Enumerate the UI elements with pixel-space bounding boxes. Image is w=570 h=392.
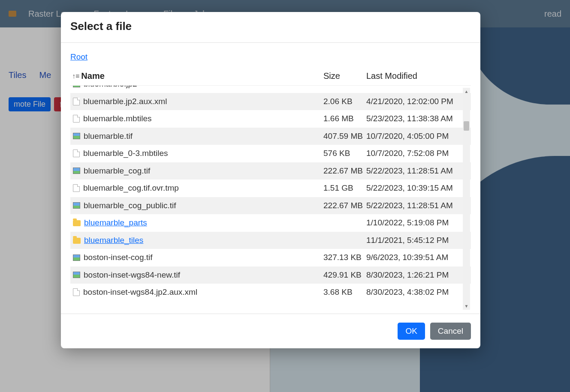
- table-row[interactable]: bluemarble_tiles11/1/2021, 5:45:12 PM: [70, 232, 471, 249]
- file-name-label: boston-inset-cog.tif: [84, 253, 153, 262]
- file-name-label: bluemarble_cog.tif: [84, 166, 150, 176]
- cell-date: 5/22/2023, 10:39:15 AM: [366, 183, 471, 193]
- cell-name: boston-inset-wgs84.jp2.aux.xml: [70, 287, 323, 297]
- cell-name: bluemarble_tiles: [70, 236, 323, 245]
- file-name-label: bluemarble.jp2: [84, 86, 137, 89]
- cell-name: bluemarble_0-3.mbtiles: [70, 149, 323, 158]
- cell-date: 5/22/2023, 11:28:51 AM: [366, 201, 471, 210]
- file-name-label: boston-inset-wgs84-new.tif: [84, 270, 180, 280]
- table-row[interactable]: bluemarble_parts1/10/2022, 5:19:08 PM: [70, 214, 471, 232]
- raster-icon: [73, 168, 80, 174]
- file-name-label: bluemarble_cog.tif.ovr.tmp: [83, 183, 179, 193]
- cell-size: 576 KB: [323, 149, 366, 158]
- cell-size: 1.66 MB: [323, 114, 366, 123]
- breadcrumb: Root: [61, 52, 480, 68]
- folder-icon: [73, 238, 81, 244]
- table-row[interactable]: boston-inset-cog.tif327.13 KB9/6/2023, 1…: [70, 249, 471, 266]
- raster-icon: [73, 254, 80, 261]
- file-icon: [73, 150, 80, 157]
- file-select-modal: Select a file Root ↑≡ Name Size Last Mod…: [61, 12, 480, 348]
- raster-icon: [73, 86, 80, 87]
- table-row[interactable]: bluemarble_cog_public.tif222.67 MB5/22/2…: [70, 197, 471, 215]
- file-name-label[interactable]: bluemarble_parts: [84, 218, 147, 227]
- cell-date: 8/30/2023, 1:26:21 PM: [366, 270, 471, 280]
- table-row[interactable]: bluemarble_0-3.mbtiles576 KB10/7/2020, 7…: [70, 145, 471, 162]
- file-icon: [73, 288, 80, 296]
- table-row[interactable]: bluemarble.tif407.59 MB10/7/2020, 4:05:0…: [70, 128, 471, 145]
- cell-size: 429.91 KB: [323, 270, 366, 280]
- cell-size: 222.67 MB: [323, 201, 366, 210]
- cell-date: 4/21/2020, 12:02:00 PM: [366, 97, 471, 106]
- file-name-label: bluemarble_cog_public.tif: [84, 201, 176, 210]
- file-name-label: bluemarble.jp2.aux.xml: [83, 97, 167, 106]
- cell-name: bluemarble.jp2: [70, 86, 323, 89]
- modal-header: Select a file: [61, 12, 480, 43]
- table-row[interactable]: bluemarble_cog.tif222.67 MB5/22/2023, 11…: [70, 162, 471, 180]
- ok-button[interactable]: OK: [398, 323, 425, 340]
- cell-name: boston-inset-cog.tif: [70, 253, 323, 262]
- cell-name: bluemarble_cog.tif: [70, 166, 323, 176]
- col-header-modified[interactable]: Last Modified: [366, 71, 471, 81]
- raster-icon: [73, 202, 80, 209]
- table-row[interactable]: boston-inset-wgs84.jp2.aux.xml3.68 KB8/3…: [70, 284, 471, 301]
- file-rows: bluemarble.jp2bluemarble.jp2.aux.xml2.06…: [70, 86, 471, 314]
- table-header: ↑≡ Name Size Last Modified: [70, 68, 471, 86]
- cell-size: 2.06 KB: [323, 97, 366, 106]
- scroll-up-icon[interactable]: ▲: [463, 88, 470, 95]
- table-row[interactable]: bluemarble.jp2: [70, 86, 471, 93]
- folder-icon: [73, 220, 81, 226]
- file-name-label: bluemarble.tif: [84, 132, 133, 141]
- table-row[interactable]: bluemarble_cog.tif.ovr.tmp1.51 GB5/22/20…: [70, 180, 471, 197]
- cell-name: bluemarble.tif: [70, 132, 323, 141]
- file-name-label: bluemarble_0-3.mbtiles: [83, 149, 168, 158]
- col-header-size[interactable]: Size: [323, 71, 366, 81]
- file-name-label: boston-inset-wgs84.jp2.aux.xml: [83, 287, 197, 297]
- cell-name: bluemarble_cog.tif.ovr.tmp: [70, 183, 323, 193]
- cell-size: 327.13 KB: [323, 253, 366, 262]
- cell-name: boston-inset-wgs84-new.tif: [70, 270, 323, 280]
- cell-name: bluemarble.mbtiles: [70, 114, 323, 123]
- cell-size: 407.59 MB: [323, 132, 366, 141]
- raster-icon: [73, 272, 80, 278]
- cell-date: 9/6/2023, 10:39:51 AM: [366, 253, 471, 262]
- table-row[interactable]: bluemarble.mbtiles1.66 MB5/23/2023, 11:3…: [70, 110, 471, 128]
- file-name-label[interactable]: bluemarble_tiles: [84, 236, 143, 245]
- cell-date: 5/22/2023, 11:28:51 AM: [366, 166, 471, 176]
- scroll-down-icon[interactable]: ▼: [463, 302, 470, 310]
- sort-asc-icon: ↑≡: [72, 72, 79, 80]
- table-row[interactable]: bluemarble.jp2.aux.xml2.06 KB4/21/2020, …: [70, 93, 471, 111]
- cell-date: 8/30/2023, 4:38:02 PM: [366, 287, 471, 297]
- scroll-thumb[interactable]: [464, 121, 469, 131]
- cell-date: 10/7/2020, 4:05:00 PM: [366, 132, 471, 141]
- file-name-label: bluemarble.mbtiles: [83, 114, 151, 123]
- file-icon: [73, 184, 80, 192]
- modal-body: Root ↑≡ Name Size Last Modified bluemarb…: [61, 43, 480, 314]
- cell-name: bluemarble_cog_public.tif: [70, 201, 323, 210]
- col-header-name-label: Name: [81, 71, 104, 81]
- cell-name: bluemarble.jp2.aux.xml: [70, 97, 323, 106]
- cell-date: 5/23/2023, 11:38:38 AM: [366, 114, 471, 123]
- cell-size: 1.51 GB: [323, 183, 366, 193]
- table-row[interactable]: boston-inset-wgs84-new.tif429.91 KB8/30/…: [70, 266, 471, 284]
- cancel-button[interactable]: Cancel: [430, 323, 471, 340]
- raster-icon: [73, 133, 80, 139]
- file-icon: [73, 115, 80, 123]
- cell-date: 1/10/2022, 5:19:08 PM: [366, 218, 471, 227]
- cell-date: 11/1/2021, 5:45:12 PM: [366, 236, 471, 245]
- cell-size: 3.68 KB: [323, 287, 366, 297]
- file-icon: [73, 98, 80, 105]
- cell-size: 222.67 MB: [323, 166, 366, 176]
- breadcrumb-root-link[interactable]: Root: [70, 52, 87, 61]
- file-table: ↑≡ Name Size Last Modified bluemarble.jp…: [70, 68, 471, 314]
- col-header-name[interactable]: ↑≡ Name: [70, 71, 323, 81]
- cell-date: 10/7/2020, 7:52:08 PM: [366, 149, 471, 158]
- cell-name: bluemarble_parts: [70, 218, 323, 227]
- modal-title: Select a file: [70, 20, 471, 33]
- scrollbar[interactable]: ▲ ▼: [463, 88, 470, 310]
- modal-footer: OK Cancel: [61, 314, 480, 348]
